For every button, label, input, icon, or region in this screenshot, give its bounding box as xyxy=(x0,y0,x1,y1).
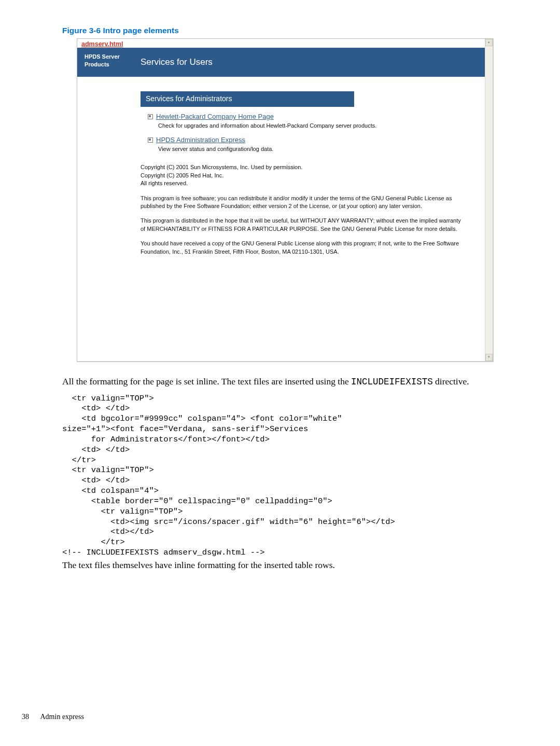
hp-home-link[interactable]: Hewlett-Packard Company Home Page xyxy=(156,112,274,121)
paragraph-2: The text files themselves have inline fo… xyxy=(62,559,506,572)
admin-express-desc: View server status and configuration/log… xyxy=(158,145,467,153)
bullet-icon xyxy=(148,137,153,143)
link-block-admin-express: HPDS Administration Express View server … xyxy=(148,135,467,154)
code-block-html: <tr valign="TOP"> <td> </td> <td bgcolor… xyxy=(62,394,506,558)
legal-address: You should have received a copy of the G… xyxy=(141,240,467,256)
scroll-up-icon[interactable]: ▴ xyxy=(485,39,493,46)
legal-copyright: Copyright (C) 2001 Sun Microsystems, Inc… xyxy=(141,163,467,187)
services-admin-heading: Services for Administrators xyxy=(141,91,354,107)
legal-freesoft: This program is free software; you can r… xyxy=(141,195,467,211)
intro-page-screenshot: ▴ ▾ admserv.html HPDS Server Products Se… xyxy=(77,38,494,362)
inline-code-includeifexists: INCLUDEIFEXISTS xyxy=(351,377,433,387)
page-footer: 38 Admin express xyxy=(22,713,84,721)
hp-home-desc: Check for upgrades and information about… xyxy=(158,122,467,130)
para1-a: All the formatting for the page is set i… xyxy=(62,376,351,386)
legal-warranty: This program is distributed in the hope … xyxy=(141,217,467,233)
page-number: 38 xyxy=(22,713,29,721)
vertical-scrollbar[interactable]: ▴ ▾ xyxy=(485,39,493,361)
page-header: Services for Users xyxy=(129,48,493,77)
sidebar-title: HPDS Server Products xyxy=(77,48,129,77)
figure-caption: Figure 3-6 Intro page elements xyxy=(62,26,506,35)
admin-express-link[interactable]: HPDS Administration Express xyxy=(156,135,245,145)
para1-b: directive. xyxy=(433,376,469,386)
legal-text: Copyright (C) 2001 Sun Microsystems, Inc… xyxy=(141,163,467,256)
bullet-icon xyxy=(148,114,153,119)
scroll-down-icon[interactable]: ▾ xyxy=(485,354,493,361)
link-block-hp-home: Hewlett-Packard Company Home Page Check … xyxy=(148,112,467,130)
footer-section: Admin express xyxy=(40,713,84,721)
paragraph-1: All the formatting for the page is set i… xyxy=(62,376,506,389)
file-title: admserv.html xyxy=(77,39,493,48)
